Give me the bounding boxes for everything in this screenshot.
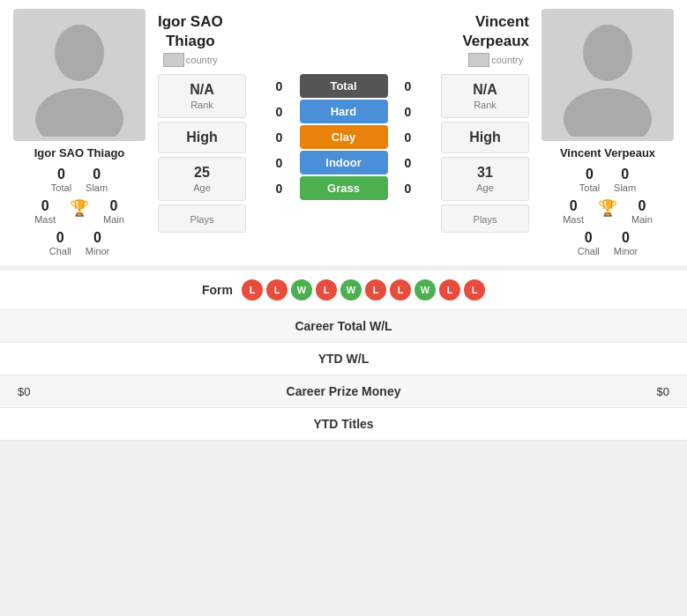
- right-header-name: Vincent Verpeaux: [462, 12, 529, 51]
- hard-right-score: 0: [395, 105, 422, 119]
- left-minor-stat: 0 Minor: [86, 230, 110, 256]
- form-label: Form LLWLWLLWLL: [159, 279, 528, 301]
- form-badge-l: L: [439, 279, 460, 301]
- indoor-row: 0 Indoor 0: [253, 151, 434, 174]
- right-minor-stat: 0 Minor: [614, 230, 638, 256]
- form-badge-l: L: [464, 279, 485, 301]
- right-rank-value: N/A: [473, 82, 497, 98]
- bottom-stats: Form LLWLWLLWLL Career Total W/L YTD W/L…: [0, 271, 687, 441]
- form-badge-l: L: [266, 279, 287, 301]
- left-header-name: Igor SAO Thiago: [158, 12, 223, 51]
- left-slam-stat: 0 Slam: [86, 167, 108, 193]
- right-mast-stat: 0 Mast: [563, 198, 584, 225]
- grass-left-score: 0: [266, 182, 293, 196]
- right-minor-label: Minor: [614, 246, 638, 256]
- svg-point-1: [35, 88, 123, 137]
- left-chall-value: 0: [56, 230, 64, 246]
- right-plays-box: Plays: [441, 204, 529, 233]
- left-plays-label: Plays: [190, 214, 214, 225]
- right-main-value: 0: [638, 198, 646, 214]
- right-stats-row3: 0 Chall 0 Minor: [578, 230, 638, 256]
- left-mast-label: Mast: [34, 214, 56, 225]
- right-total-label: Total: [579, 182, 600, 193]
- form-badge-l: L: [365, 279, 386, 301]
- form-badge-l: L: [390, 279, 411, 301]
- left-total-value: 0: [57, 167, 65, 182]
- left-main-stat: 0 Main: [103, 198, 124, 225]
- clay-left-score: 0: [266, 130, 293, 145]
- left-plays-box: Plays: [158, 204, 246, 233]
- left-rank-value: N/A: [190, 82, 214, 98]
- right-country: country: [468, 53, 523, 67]
- top-names-area: Igor SAO Thiago country Vincent Verpeaux: [158, 9, 529, 74]
- right-flag: [468, 53, 489, 67]
- left-trophy-icon: 🏆: [70, 198, 89, 225]
- grass-row: 0 Grass 0: [253, 176, 434, 200]
- player-section: Igor SAO Thiago 0 Total 0 Slam 0 Mast 🏆: [0, 0, 687, 265]
- form-badge-w: W: [414, 279, 436, 301]
- left-header-section: Igor SAO Thiago country: [158, 12, 223, 67]
- left-main-value: 0: [109, 198, 117, 214]
- right-age-value: 31: [477, 165, 493, 181]
- right-chall-stat: 0 Chall: [578, 230, 600, 256]
- right-age-label: Age: [476, 182, 494, 193]
- right-player-card: Vincent Verpeaux 0 Total 0 Slam 0 Mast 🏆: [533, 9, 683, 256]
- center-content: N/A Rank High 25 Age Plays: [158, 74, 529, 233]
- left-slam-value: 0: [93, 167, 101, 182]
- right-header-section: Vincent Verpeaux country: [462, 12, 529, 67]
- ytd-titles-label: YTD Titles: [159, 417, 528, 431]
- right-chall-label: Chall: [578, 246, 600, 256]
- form-badges-container: LLWLWLLWLL: [242, 279, 485, 301]
- right-main-stat: 0 Main: [631, 198, 653, 225]
- hard-row: 0 Hard 0: [253, 100, 434, 123]
- right-side-stats: N/A Rank High 31 Age Plays: [441, 74, 529, 233]
- left-total-label: Total: [51, 182, 71, 193]
- main-container: Igor SAO Thiago 0 Total 0 Slam 0 Mast 🏆: [0, 0, 687, 441]
- right-high-box: High: [441, 122, 529, 153]
- hard-left-score: 0: [266, 105, 293, 119]
- right-plays-label: Plays: [474, 214, 497, 225]
- right-minor-value: 0: [622, 230, 630, 246]
- left-minor-label: Minor: [86, 246, 110, 256]
- indoor-left-score: 0: [266, 156, 293, 170]
- career-wl-row: Career Total W/L: [0, 310, 687, 343]
- prize-label: Career Prize Money: [159, 384, 528, 398]
- left-player-name: Igor SAO Thiago: [34, 146, 125, 160]
- grass-badge: Grass: [300, 176, 388, 200]
- clay-right-score: 0: [395, 130, 422, 145]
- left-stats-row1: 0 Total 0 Slam: [51, 167, 108, 193]
- center-panel: Igor SAO Thiago country Vincent Verpeaux: [158, 9, 529, 256]
- right-stats-row1: 0 Total 0 Slam: [579, 167, 636, 193]
- left-high-value: High: [186, 130, 218, 145]
- form-badge-w: W: [291, 279, 312, 301]
- left-chall-label: Chall: [49, 246, 71, 256]
- svg-point-3: [564, 88, 652, 137]
- left-side-stats: N/A Rank High 25 Age Plays: [158, 74, 246, 233]
- right-player-name: Vincent Verpeaux: [560, 146, 655, 160]
- total-left-score: 0: [266, 79, 293, 93]
- right-slam-label: Slam: [614, 182, 636, 193]
- clay-row: 0 Clay 0: [253, 125, 434, 149]
- career-wl-label: Career Total W/L: [159, 319, 528, 333]
- left-mast-value: 0: [41, 198, 49, 214]
- indoor-badge: Indoor: [300, 151, 388, 174]
- left-stats-row3: 0 Chall 0 Minor: [49, 230, 110, 256]
- prize-row: $0 Career Prize Money $0: [0, 375, 687, 408]
- clay-badge: Clay: [300, 125, 388, 149]
- total-right-score: 0: [395, 79, 422, 93]
- left-rank-box: N/A Rank: [158, 74, 246, 118]
- right-stats-row2: 0 Mast 🏆 0 Main: [563, 198, 653, 225]
- hard-badge: Hard: [300, 100, 388, 123]
- form-row: Form LLWLWLLWLL: [0, 271, 687, 310]
- indoor-right-score: 0: [395, 156, 422, 170]
- left-total-stat: 0 Total: [51, 167, 71, 193]
- right-total-value: 0: [586, 167, 594, 182]
- left-slam-label: Slam: [86, 182, 108, 193]
- right-trophy-icon: 🏆: [598, 198, 617, 225]
- right-main-label: Main: [631, 214, 653, 225]
- prize-right: $0: [528, 385, 669, 398]
- right-slam-stat: 0 Slam: [614, 167, 636, 193]
- form-badge-w: W: [340, 279, 362, 301]
- form-badge-l: L: [316, 279, 337, 301]
- right-mast-label: Mast: [563, 214, 584, 225]
